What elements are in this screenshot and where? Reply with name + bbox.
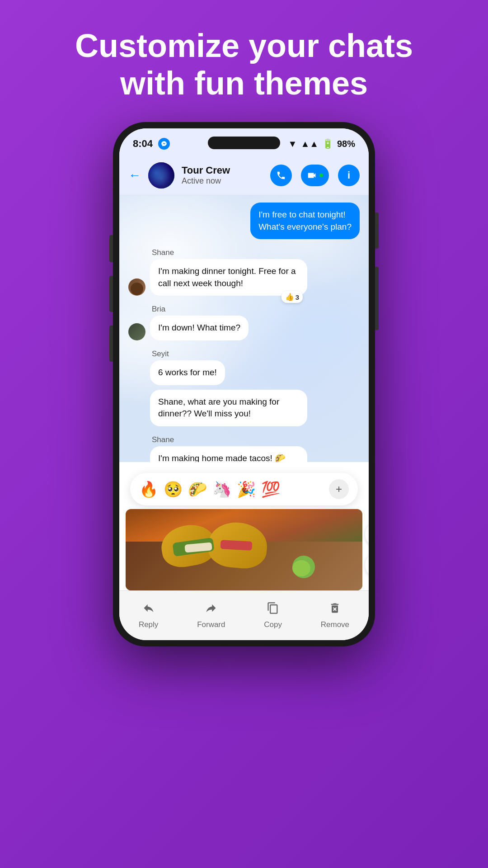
message-bubble: 6 works for me! — [150, 360, 225, 385]
chat-name: Tour Crew — [182, 165, 263, 176]
chat-messages: I'm free to chat tonight!What's everyone… — [119, 195, 369, 462]
power-button — [375, 212, 379, 249]
edit-button[interactable] — [365, 553, 369, 577]
message-bria: I'm down! What time? — [128, 316, 360, 340]
status-right-icons: ▼ ▲▲ 🔋 98% — [288, 138, 355, 149]
seyit-avatar-spacer — [128, 368, 145, 385]
copy-action[interactable]: Copy — [264, 602, 282, 629]
bria-avatar — [128, 323, 145, 340]
signal-icon: ▲▲ — [300, 139, 319, 149]
reply-label: Reply — [139, 620, 158, 629]
seyit-avatar-spacer2 — [128, 409, 145, 426]
phone-frame: 8:04 ▼ ▲▲ 🔋 98% ← Tour Crew — [113, 122, 375, 646]
message-bubble: I'm down! What time? — [150, 316, 249, 340]
message-bubble: Shane, what are you making for dinner?? … — [150, 390, 307, 426]
info-button[interactable]: i — [338, 165, 360, 186]
reply-icon — [142, 602, 155, 618]
remove-label: Remove — [321, 620, 349, 629]
emoji-reaction-bar: 🔥 🥺 🌮 🦄 🎉 💯 + — [130, 473, 358, 505]
message-shane-1: I'm making dinner tonight. Free for a ca… — [128, 259, 360, 296]
chat-active-status: Active now — [182, 176, 263, 186]
reaction-count: 3 — [296, 292, 299, 302]
chat-header: ← Tour Crew Active now — [119, 156, 369, 195]
sender-name-shane: Shane — [152, 248, 360, 257]
message-shane-2: I'm making home made tacos! 🌮Will report… — [128, 446, 360, 462]
group-avatar — [148, 162, 174, 189]
back-button[interactable]: ← — [128, 168, 141, 183]
battery-icon: 🔋 — [322, 138, 333, 149]
taco-image-container — [126, 509, 362, 590]
bottom-action-bar: Reply Forward Copy — [119, 590, 369, 640]
chat-area-wrapper: I'm free to chat tonight!What's everyone… — [119, 195, 369, 640]
emoji-pleading[interactable]: 🥺 — [164, 480, 183, 498]
reactions-area: 🔥 🥺 🌮 🦄 🎉 💯 + — [119, 462, 369, 590]
forward-action[interactable]: Forward — [197, 602, 225, 629]
message-group-shane-1: Shane I'm making dinner tonight. Free fo… — [128, 248, 360, 296]
video-call-button[interactable] — [301, 165, 329, 186]
emoji-party[interactable]: 🎉 — [237, 480, 256, 498]
phone-notch — [208, 137, 280, 149]
messenger-icon — [158, 138, 170, 150]
sender-name-seyit: Seyit — [152, 349, 360, 359]
message-content: I'm making home made tacos! 🌮Will report… — [150, 446, 307, 462]
message-bubble: I'm making dinner tonight. Free for a ca… — [150, 259, 307, 296]
message-content: I'm down! What time? — [150, 316, 249, 340]
chat-info: Tour Crew Active now — [182, 165, 263, 186]
message-seyit-2: Shane, what are you making for dinner?? … — [128, 390, 360, 426]
message-seyit-1: 6 works for me! — [128, 360, 360, 385]
header-actions: i — [270, 165, 360, 186]
remove-action[interactable]: Remove — [321, 602, 349, 629]
share-button[interactable] — [365, 522, 369, 547]
battery-percentage: 98% — [337, 139, 355, 149]
message-bubble: I'm making home made tacos! 🌮Will report… — [150, 446, 307, 462]
message-content: 6 works for me! — [150, 360, 225, 385]
emoji-fire[interactable]: 🔥 — [139, 480, 158, 498]
wifi-icon: ▼ — [288, 139, 297, 149]
side-action-buttons — [365, 522, 369, 577]
message-group-bria: Bria I'm down! What time? — [128, 305, 360, 340]
more-reactions-button[interactable]: + — [329, 479, 349, 499]
message-group-shane-2: Shane I'm making home made tacos! 🌮Will … — [128, 435, 360, 462]
message-content: I'm making dinner tonight. Free for a ca… — [150, 259, 307, 296]
shane-avatar — [128, 278, 145, 296]
copy-icon — [267, 602, 279, 618]
sender-name-shane-2: Shane — [152, 435, 360, 444]
reply-action[interactable]: Reply — [139, 602, 158, 629]
headline: Customize your chats with fun themes — [0, 27, 488, 102]
emoji-unicorn[interactable]: 🦄 — [212, 480, 231, 498]
message-content: Shane, what are you making for dinner?? … — [150, 390, 307, 426]
volume-up-button — [109, 235, 113, 262]
emoji-taco[interactable]: 🌮 — [188, 480, 207, 498]
phone-screen: 8:04 ▼ ▲▲ 🔋 98% ← Tour Crew — [119, 128, 369, 640]
status-time: 8:04 — [133, 138, 153, 150]
silent-button — [109, 326, 113, 362]
volume-button-right — [375, 267, 379, 330]
emoji-100[interactable]: 💯 — [261, 480, 280, 498]
message-bubble: I'm free to chat tonight!What's everyone… — [250, 203, 360, 239]
message-group-seyit: Seyit 6 works for me! Shane, what are yo… — [128, 349, 360, 426]
remove-icon — [328, 602, 341, 618]
reaction-badge: 👍 3 — [282, 291, 303, 303]
call-button[interactable] — [270, 165, 292, 186]
forward-label: Forward — [197, 620, 225, 629]
volume-down-button — [109, 276, 113, 312]
forward-icon — [205, 602, 217, 618]
message-own-1: I'm free to chat tonight!What's everyone… — [128, 203, 360, 239]
message-content: I'm free to chat tonight!What's everyone… — [250, 203, 360, 239]
copy-label: Copy — [264, 620, 282, 629]
sender-name-bria: Bria — [152, 305, 360, 314]
taco-food-image — [126, 509, 362, 590]
